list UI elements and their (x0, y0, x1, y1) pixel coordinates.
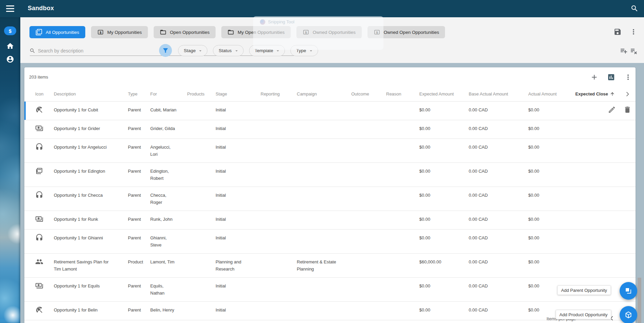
table-row[interactable]: Opportunity 1 for GriderParentGrider, Gi… (24, 120, 636, 139)
cell-stage: Initial (216, 230, 261, 253)
cell-base-actual-amount: 0.00 CAD (469, 230, 528, 253)
column-label: Icon (35, 91, 44, 96)
table-row[interactable]: Opportunity 1 for CubitParentCubit, Mari… (24, 102, 636, 120)
cell-campaign (297, 102, 351, 120)
svg-text:$: $ (99, 31, 102, 34)
column-header-icon[interactable]: Icon (24, 91, 54, 96)
cell-type: Parent (128, 211, 150, 229)
view-tab-owned-open-opportunities[interactable]: $Owned Open Opportunities (368, 26, 445, 38)
cell-for: Belin, Henry (150, 302, 187, 320)
filter-button[interactable] (159, 44, 172, 57)
add-product-opportunity-button[interactable] (620, 306, 637, 323)
cell-type: Parent (128, 278, 150, 301)
cell-for: Runk, John (150, 211, 187, 229)
cell-for: Equils, Nathan (150, 278, 187, 301)
column-header-products[interactable]: Products (187, 91, 216, 96)
filter-dropdown-type[interactable]: Type (290, 45, 318, 56)
cell-outcome (351, 302, 386, 320)
cell-base-actual-amount: 0.00 CAD (469, 102, 528, 120)
column-header-expected-amount[interactable]: Expected Amount (419, 91, 469, 96)
cell-type: Parent (128, 163, 150, 187)
cell-reason (386, 120, 419, 138)
cell-expected-amount: $0.00 (419, 302, 469, 320)
cell-type: Parent (128, 230, 150, 253)
playlist-add-icon[interactable] (620, 47, 628, 55)
column-header-expected-close[interactable]: Expected Close (575, 91, 619, 96)
cell-actual-amount: $0.00 (528, 163, 575, 187)
column-header-reason[interactable]: Reason (386, 91, 419, 96)
scroll-columns-right-icon[interactable] (624, 91, 631, 98)
fab-tooltip: Add Product Opportunity (556, 310, 611, 319)
table-row[interactable]: Opportunity 1 for BelinParentBelin, Henr… (24, 302, 636, 320)
column-label: Base Actual Amount (469, 91, 508, 96)
cell-expected-amount: $0.00 (419, 187, 469, 211)
cell-description: Retirement Savings Plan for Tim Lamont (54, 254, 128, 277)
sidebar-item-profile[interactable] (6, 55, 14, 63)
table-body: Opportunity 1 for CubitParentCubit, Mari… (24, 102, 636, 320)
view-tab-all-opportunities[interactable]: All Opportunities (29, 26, 85, 38)
add-icon[interactable] (590, 73, 598, 81)
cell-expected-close (575, 187, 619, 211)
table-row[interactable]: Opportunity 1 for AngelucciParentAngeluc… (24, 139, 636, 163)
save-view-button[interactable] (614, 28, 622, 36)
cell-description: Opportunity 1 for Edington (54, 163, 128, 187)
table-header-row: IconDescriptionTypeForProductsStageRepor… (24, 87, 636, 102)
chart-view-icon[interactable] (607, 73, 615, 81)
add-parent-opportunity-button[interactable] (620, 282, 637, 300)
column-header-reporting[interactable]: Reporting (261, 91, 297, 96)
cell-base-actual-amount: 0.00 CAD (469, 302, 528, 320)
cell-stage: Initial (216, 211, 261, 229)
view-tab-open-opportunities[interactable]: Open Opportunities (154, 26, 216, 38)
chevron-down-icon (308, 48, 314, 53)
cell-icon (24, 139, 54, 163)
view-tab-owned-opportunities[interactable]: $Owned Opportunities (296, 26, 362, 38)
view-tab-my-opportunities[interactable]: $My Opportunities (91, 26, 148, 38)
filter-dropdown-template[interactable]: Template (249, 45, 285, 56)
table-row[interactable]: Opportunity 1 for EdingtonParentEdington… (24, 163, 636, 187)
column-header-outcome[interactable]: Outcome (351, 91, 386, 96)
umbrella-icon (35, 306, 43, 314)
column-header-actual-amount[interactable]: Actual Amount (528, 91, 575, 96)
cell-reporting (261, 211, 297, 229)
content-background: 203 items IconDescriptionTypeForProducts… (20, 63, 644, 323)
delete-row-button[interactable] (623, 106, 631, 114)
table-row[interactable]: Opportunity 1 for CheccaParentChecca, Ro… (24, 187, 636, 211)
cell-products (187, 139, 216, 163)
table-row[interactable]: Retirement Savings Plan for Tim LamontPr… (24, 254, 636, 278)
playlist-remove-icon[interactable] (630, 47, 638, 55)
filter-dropdowns: StageStatusTemplateType (178, 45, 318, 56)
table-row[interactable]: Opportunity 1 for RunkParentRunk, JohnIn… (24, 211, 636, 230)
table-row[interactable]: Opportunity 1 for EquilsParentEquils, Na… (24, 278, 636, 302)
cell-expected-close (575, 120, 619, 138)
cell-type: Parent (128, 102, 150, 120)
column-header-campaign[interactable]: Campaign (297, 91, 351, 96)
edit-row-button[interactable] (608, 106, 616, 114)
cell-products (187, 211, 216, 229)
filter-dropdown-status[interactable]: Status (213, 45, 243, 56)
view-tab-my-open-opportunities[interactable]: My Open Opportunities (221, 26, 291, 38)
column-label: Expected Close (575, 91, 608, 96)
table-row[interactable]: Opportunity 1 for GhianniParentGhianni, … (24, 230, 636, 254)
card-more-options-icon[interactable] (624, 73, 632, 81)
stack-icon (36, 29, 42, 36)
column-header-stage[interactable]: Stage (216, 91, 261, 96)
column-header-base-actual-amount[interactable]: Base Actual Amount (469, 91, 528, 96)
cell-description: Opportunity 1 for Grider (54, 120, 128, 138)
scrollbar-thumb[interactable] (638, 278, 641, 323)
cell-outcome (351, 278, 386, 301)
card-header: 203 items (24, 67, 636, 87)
cell-products (187, 230, 216, 253)
sidebar-item-opportunities[interactable]: $ (4, 26, 16, 35)
cell-actual-amount: $0.00 (528, 187, 575, 211)
cell-expected-amount: $0.00 (419, 120, 469, 138)
hamburger-menu-icon[interactable] (6, 5, 14, 12)
column-header-description[interactable]: Description (54, 91, 128, 96)
search-icon[interactable] (630, 4, 639, 13)
sidebar-item-home[interactable] (6, 42, 14, 50)
column-header-type[interactable]: Type (128, 91, 150, 96)
more-options-icon[interactable] (629, 28, 638, 36)
cell-icon (24, 102, 54, 120)
filter-dropdown-stage[interactable]: Stage (178, 45, 207, 56)
cell-campaign (297, 302, 351, 320)
column-header-for[interactable]: For (150, 91, 187, 96)
